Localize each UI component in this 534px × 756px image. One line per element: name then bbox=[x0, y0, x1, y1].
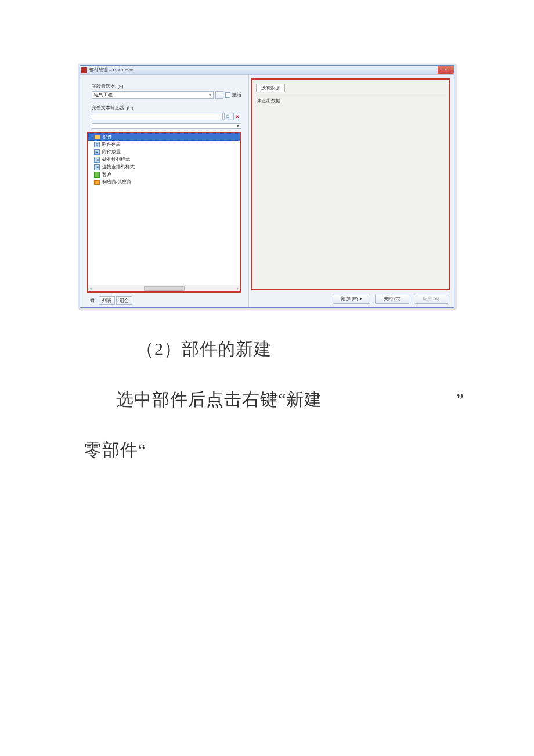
tree-item-parts[interactable]: 部件 bbox=[88, 133, 240, 141]
field-filter-row: 电气工程 ▾ ... 激活 bbox=[92, 91, 241, 99]
fulltext-search-button[interactable] bbox=[224, 113, 232, 120]
svg-line-1 bbox=[229, 117, 230, 118]
tree-item-label: 附件放置 bbox=[102, 149, 121, 155]
view-tree-button[interactable]: 树 bbox=[87, 297, 98, 304]
tree-scroll-area[interactable]: 部件 ≡ 附件列表 ▣ 附件放置 ⊞ 钻孔排列样式 bbox=[88, 133, 240, 291]
tree-item-label: 制造商/供应商 bbox=[102, 179, 131, 185]
place-icon: ▣ bbox=[94, 149, 100, 155]
tree-item-drill-layout[interactable]: ⊞ 钻孔排列样式 bbox=[88, 156, 240, 163]
fulltext-input[interactable] bbox=[92, 113, 223, 120]
horizontal-scrollbar[interactable]: ◂ ▸ bbox=[88, 285, 240, 291]
close-button[interactable]: 关闭 (C) bbox=[375, 294, 409, 304]
spacer bbox=[322, 383, 456, 416]
titlebar: 部件管理 - TEXT.mdb × bbox=[80, 66, 454, 75]
user-icon bbox=[94, 172, 100, 178]
filter-active-checkbox[interactable] bbox=[225, 92, 230, 98]
left-pane: 字段筛选器: (F) 电气工程 ▾ ... 激活 完整文本筛选器: (U) bbox=[80, 75, 248, 307]
scrollbar-thumb[interactable] bbox=[144, 286, 185, 291]
search-icon bbox=[226, 114, 230, 119]
doc-end-quote: ” bbox=[456, 383, 464, 416]
tree-item-manufacturer[interactable]: 制造商/供应商 bbox=[88, 178, 240, 186]
window-title: 部件管理 - TEXT.mdb bbox=[89, 67, 134, 73]
chevron-down-icon: ▾ bbox=[360, 297, 362, 301]
tree-item-customer[interactable]: 客户 bbox=[88, 171, 240, 178]
tree-item-label: 钻孔排列样式 bbox=[102, 156, 130, 163]
clear-icon bbox=[235, 114, 240, 119]
view-toggle: 树 列表 组合 bbox=[87, 296, 245, 305]
dialog-buttons: 附加 (E) ▾ 关闭 (C) 应用 (A) bbox=[251, 294, 448, 304]
extra-button-label: 附加 (E) bbox=[341, 296, 358, 302]
expand-bar[interactable]: ▾ bbox=[92, 123, 241, 129]
detail-tabs: 没有数据 bbox=[256, 83, 446, 92]
field-filter-value: 电气工程 bbox=[94, 92, 113, 98]
view-list-button[interactable]: 列表 bbox=[99, 296, 115, 305]
tree-item-label: 连接点排列样式 bbox=[102, 164, 135, 170]
grid-icon: ⊞ bbox=[94, 157, 100, 163]
fulltext-filter-label: 完整文本筛选器: (U) bbox=[92, 105, 245, 111]
field-filter-combo[interactable]: 电气工程 ▾ bbox=[92, 91, 214, 99]
no-data-message: 未选出数据 bbox=[257, 98, 445, 104]
tree-item-accessory-place[interactable]: ▣ 附件放置 bbox=[88, 148, 240, 156]
tree-item-accessory-list[interactable]: ≡ 附件列表 bbox=[88, 141, 240, 148]
scroll-left-icon: ◂ bbox=[89, 286, 92, 291]
close-icon: × bbox=[445, 67, 448, 72]
doc-paragraph-line1: 选中部件后点击右键“新建 ” bbox=[116, 383, 470, 416]
app-screenshot: 部件管理 - TEXT.mdb × 字段筛选器: (F) 电气工程 ▾ ... bbox=[78, 64, 456, 309]
fulltext-clear-button[interactable] bbox=[233, 113, 241, 120]
field-filter-label: 字段筛选器: (F) bbox=[92, 83, 245, 89]
chevron-down-icon: ▾ bbox=[237, 124, 239, 128]
svg-point-0 bbox=[226, 114, 229, 117]
tree-panel: 部件 ≡ 附件列表 ▣ 附件放置 ⊞ 钻孔排列样式 bbox=[87, 132, 241, 293]
parts-manager-window: 部件管理 - TEXT.mdb × 字段筛选器: (F) 电气工程 ▾ ... bbox=[80, 65, 454, 308]
tree-item-label: 客户 bbox=[102, 171, 111, 178]
tree-item-label: 附件列表 bbox=[102, 141, 121, 147]
tree-item-connpoint-layout[interactable]: ⊞ 连接点排列样式 bbox=[88, 163, 240, 171]
scroll-right-icon: ▸ bbox=[237, 286, 239, 291]
folder-icon bbox=[95, 135, 100, 139]
view-combo-button[interactable]: 组合 bbox=[116, 296, 132, 305]
extra-button[interactable]: 附加 (E) ▾ bbox=[333, 294, 370, 304]
window-body: 字段筛选器: (F) 电气工程 ▾ ... 激活 完整文本筛选器: (U) bbox=[80, 75, 454, 307]
window-close-button[interactable]: × bbox=[438, 66, 454, 74]
tab-underline bbox=[256, 95, 446, 95]
detail-panel: 没有数据 未选出数据 bbox=[251, 78, 450, 290]
app-icon bbox=[81, 67, 87, 73]
ellipsis-icon: ... bbox=[218, 93, 221, 97]
doc-paragraph-main: 选中部件后点击右键“新建 bbox=[116, 383, 322, 416]
apply-button-label: 应用 (A) bbox=[423, 296, 439, 302]
folder-icon bbox=[94, 180, 100, 185]
chevron-down-icon: ▾ bbox=[209, 93, 211, 98]
close-button-label: 关闭 (C) bbox=[384, 296, 400, 302]
list-icon: ≡ bbox=[94, 142, 100, 147]
doc-paragraph-line2: 零部件“ bbox=[84, 433, 470, 466]
filter-active-label: 激活 bbox=[232, 92, 241, 98]
field-filter-browse-button[interactable]: ... bbox=[215, 91, 223, 99]
doc-heading: （2）部件的新建 bbox=[136, 332, 470, 365]
apply-button[interactable]: 应用 (A) bbox=[414, 294, 448, 304]
grid-icon: ⊞ bbox=[94, 164, 100, 170]
fulltext-filter-row bbox=[92, 113, 241, 120]
right-pane: 没有数据 未选出数据 附加 (E) ▾ 关闭 (C) 应用 (A) bbox=[248, 75, 454, 307]
tree-item-label: 部件 bbox=[103, 134, 112, 140]
tab-nodata[interactable]: 没有数据 bbox=[256, 84, 285, 92]
